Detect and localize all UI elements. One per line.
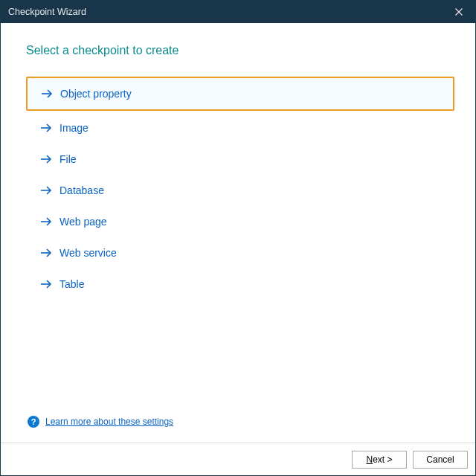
arrow-right-icon	[40, 248, 52, 258]
option-label: Image	[60, 122, 89, 134]
arrow-right-icon	[41, 89, 53, 99]
arrow-right-icon	[40, 248, 52, 258]
next-button[interactable]: Next >	[352, 451, 407, 469]
arrow-right-icon	[40, 154, 52, 164]
option-web-service[interactable]: Web service	[26, 237, 454, 268]
arrow-right-icon	[40, 185, 52, 196]
option-label: Web page	[60, 216, 107, 228]
option-file[interactable]: File	[26, 144, 454, 175]
option-label: Table	[60, 278, 84, 290]
arrow-right-icon	[40, 123, 52, 133]
help-icon	[28, 416, 39, 428]
close-icon	[455, 8, 463, 16]
titlebar: Checkpoint Wizard	[1, 1, 475, 23]
footer: Next > Cancel	[1, 443, 475, 475]
option-label: Database	[60, 184, 104, 196]
option-label: File	[60, 153, 77, 165]
learn-more-row: Learn more about these settings	[28, 416, 454, 428]
arrow-right-icon	[40, 154, 52, 164]
arrow-right-icon	[40, 216, 52, 227]
option-table[interactable]: Table	[26, 268, 454, 300]
cancel-button[interactable]: Cancel	[413, 451, 468, 469]
option-database[interactable]: Database	[26, 175, 454, 206]
wizard-window: Checkpoint Wizard Select a checkpoint to…	[0, 0, 476, 476]
arrow-right-icon	[40, 279, 52, 289]
checkpoint-options: Object propertyImageFileDatabaseWeb page…	[26, 77, 454, 300]
arrow-right-icon	[40, 123, 52, 133]
arrow-right-icon	[41, 89, 53, 99]
option-label: Object property	[60, 88, 132, 100]
option-web-page[interactable]: Web page	[26, 206, 454, 237]
arrow-right-icon	[40, 185, 52, 196]
option-image[interactable]: Image	[26, 112, 454, 144]
window-title: Checkpoint Wizard	[8, 7, 86, 17]
option-label: Web service	[60, 247, 117, 259]
option-object-property[interactable]: Object property	[26, 77, 454, 111]
close-button[interactable]	[443, 1, 475, 23]
arrow-right-icon	[40, 279, 52, 289]
content-area: Select a checkpoint to create Object pro…	[1, 23, 475, 443]
arrow-right-icon	[40, 216, 52, 227]
page-heading: Select a checkpoint to create	[26, 44, 454, 57]
learn-more-link[interactable]: Learn more about these settings	[45, 416, 173, 427]
